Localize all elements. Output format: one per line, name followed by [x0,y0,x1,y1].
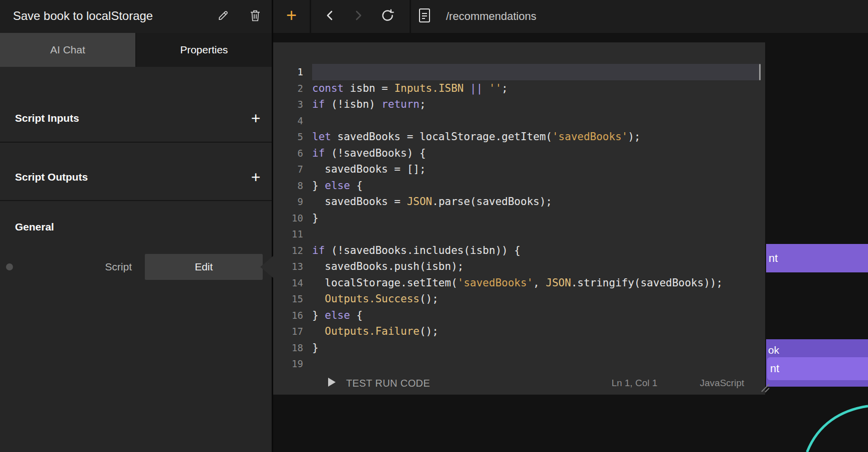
rename-button[interactable] [213,6,233,26]
tab-ai-chat-label: AI Chat [50,44,85,56]
node-title: Save book to localStorage [13,9,153,23]
code-line-2[interactable]: 2const isbn = Inputs.ISBN || ''; [273,80,765,97]
line-content: savedBooks = []; [312,161,765,178]
add-script-output-button[interactable]: + [247,168,265,186]
line-number: 6 [273,145,312,162]
panel-tabs: AI Chat Properties [0,33,272,67]
add-script-input-button[interactable]: + [247,109,265,127]
code-line-3[interactable]: 3if (!isbn) return; [273,96,765,113]
line-content: let savedBooks = localStorage.getItem('s… [312,129,765,145]
line-number: 10 [273,210,312,226]
line-content: } else { [312,307,765,324]
line-number: 7 [273,161,312,178]
toolbar-nav-block [311,0,410,33]
app-root: { "left_panel": { "title": "Save book to… [0,0,868,452]
line-number: 19 [273,356,312,372]
editor-resize-grip[interactable] [759,381,771,394]
line-number: 12 [273,242,312,259]
line-content: } [312,210,765,226]
script-edit-button[interactable]: Edit [145,254,263,280]
divider [0,200,272,201]
url-path[interactable]: /recommendations [446,10,536,23]
code-line-8[interactable]: 8} else { [273,178,765,194]
refresh-button[interactable] [380,9,395,24]
background-purple-card: ok nt [766,339,868,387]
line-content: savedBooks.push(isbn); [312,258,765,275]
tab-ai-chat[interactable]: AI Chat [0,33,136,67]
code-area[interactable]: 12const isbn = Inputs.ISBN || '';3if (!i… [273,42,765,372]
script-state-dot [6,263,13,270]
line-number: 8 [273,178,312,194]
delete-button[interactable] [245,6,265,26]
tab-properties-label: Properties [180,44,228,56]
chevron-right-icon [353,8,364,25]
code-line-19[interactable]: 19 [273,356,765,372]
line-content: savedBooks = JSON.parse(savedBooks); [312,194,765,210]
background-purple-button[interactable]: nt [766,244,868,272]
toolbar-url-block: /recommendations [411,0,868,33]
line-number: 13 [273,258,312,275]
code-line-9[interactable]: 9 savedBooks = JSON.parse(savedBooks); [273,194,765,210]
test-run-button[interactable]: TEST RUN CODE [327,377,430,389]
editor-anchor-notch [260,256,273,278]
line-number: 2 [273,80,312,97]
line-content: Outputs.Success(); [312,291,765,307]
line-number: 1 [273,64,312,80]
line-number: 17 [273,323,312,340]
code-line-5[interactable]: 5let savedBooks = localStorage.getItem('… [273,129,765,145]
code-line-17[interactable]: 17 Outputs.Failure(); [273,323,765,340]
refresh-icon [381,8,395,24]
script-field-label: Script [105,260,132,273]
toolbar-add-block: + [273,0,310,33]
scrollbar-thumb[interactable] [759,64,761,80]
code-line-10[interactable]: 10} [273,210,765,226]
section-general: General [15,221,54,233]
back-button[interactable] [322,9,337,24]
code-line-16[interactable]: 16} else { [273,307,765,324]
editor-status-bar: TEST RUN CODE Ln 1, Col 1 JavaScript [273,372,765,395]
line-number: 3 [273,96,312,113]
line-content: if (!isbn) return; [312,96,765,113]
language-label: JavaScript [700,378,744,389]
line-content: } [312,340,765,356]
code-line-15[interactable]: 15 Outputs.Success(); [273,291,765,307]
play-icon [327,377,336,389]
code-editor: 12const isbn = Inputs.ISBN || '';3if (!i… [273,42,765,395]
code-line-6[interactable]: 6if (!savedBooks) { [273,145,765,162]
background-card-text: ok [768,344,779,356]
code-line-13[interactable]: 13 savedBooks.push(isbn); [273,258,765,275]
line-content: localStorage.setItem('savedBooks', JSON.… [312,275,765,291]
code-line-12[interactable]: 12if (!savedBooks.includes(isbn)) { [273,242,765,259]
line-content: Outputs.Failure(); [312,323,765,340]
line-content: const isbn = Inputs.ISBN || ''; [312,80,765,97]
line-content: if (!savedBooks) { [312,145,765,162]
add-page-button[interactable]: + [286,5,297,26]
code-line-18[interactable]: 18} [273,340,765,356]
code-line-1[interactable]: 1 [273,64,765,80]
section-script-inputs: Script Inputs [15,112,79,125]
page-document-icon[interactable] [418,7,431,25]
line-content [312,113,765,129]
line-number: 15 [273,291,312,307]
code-line-14[interactable]: 14 localStorage.setItem('savedBooks', JS… [273,275,765,291]
tab-properties[interactable]: Properties [136,33,272,67]
code-line-7[interactable]: 7 savedBooks = []; [273,161,765,178]
line-content [312,226,765,242]
line-content: if (!savedBooks.includes(isbn)) { [312,242,765,259]
line-content [312,64,759,80]
line-number: 14 [273,275,312,291]
test-run-label: TEST RUN CODE [346,378,430,389]
section-script-outputs: Script Outputs [15,171,88,184]
background-purple-button-2[interactable]: nt [767,357,868,380]
pencil-icon [217,9,229,23]
divider [0,142,272,143]
code-line-11[interactable]: 11 [273,226,765,242]
line-content [312,356,765,372]
line-content: } else { [312,178,765,194]
trash-icon [249,9,261,24]
code-line-4[interactable]: 4 [273,113,765,129]
line-number: 16 [273,307,312,324]
line-number: 5 [273,129,312,145]
chevron-left-icon [324,8,335,25]
forward-button[interactable] [351,9,366,24]
